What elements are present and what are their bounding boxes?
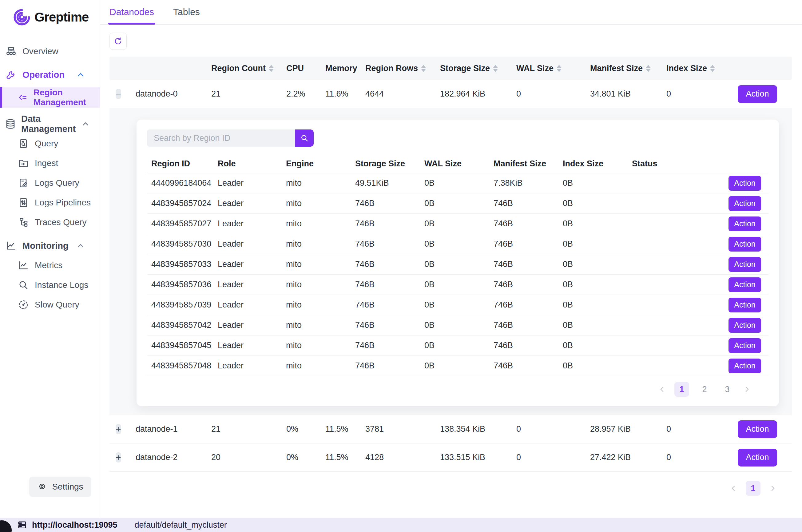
gear-icon [37,482,47,492]
sliders-icon [17,197,30,208]
region-table-row: 4483945857024 Leader mito 746B 0B 746B 0… [147,193,768,214]
sidebar-item-instance-logs[interactable]: Instance Logs [0,278,100,292]
manifest-size-value: 746B [494,260,563,269]
refresh-button[interactable] [110,33,127,50]
column-memory: Memory [325,64,365,73]
sort-icon[interactable] [493,65,498,72]
chevron-up-icon[interactable] [76,241,85,250]
sidebar-item-label: Logs Pipelines [35,198,91,208]
sidebar-item-label: Ingest [35,158,58,168]
wal-size-value: 0 [516,89,590,99]
expand-button[interactable]: + [116,424,121,434]
page-number[interactable]: 1 [746,481,761,496]
action-button[interactable]: Action [728,318,761,333]
wal-size-value: 0B [424,199,494,208]
action-button[interactable]: Action [728,257,761,272]
action-button[interactable]: Action [728,196,761,211]
region-table-row: 4483945857036 Leader mito 746B 0B 746B 0… [147,274,768,295]
chevron-up-icon[interactable] [81,119,90,129]
sidebar-item-overview[interactable]: Overview [0,44,100,58]
search-icon [300,134,309,142]
search-input[interactable] [147,130,295,147]
action-button[interactable]: Action [728,359,761,373]
engine-value: mito [286,300,355,310]
next-page-icon[interactable] [743,385,751,394]
sort-icon[interactable] [646,65,651,72]
role-value: Leader [218,300,286,310]
wal-size-value: 0B [424,320,494,330]
tab-tables[interactable]: Tables [173,7,200,24]
action-button[interactable]: Action [738,420,777,438]
region-table-row: 4483945857039 Leader mito 746B 0B 746B 0… [147,295,768,315]
sidebar-group-monitoring[interactable]: Monitoring [0,239,100,253]
sort-icon[interactable] [710,65,715,72]
engine-value: mito [286,219,355,228]
region-table-header: Region ID Role Engine Storage Size WAL S… [147,155,768,173]
sort-icon[interactable] [269,65,274,72]
settings-button[interactable]: Settings [29,477,91,497]
server-url[interactable]: http://localhost:19095 [17,520,117,530]
sidebar-item-metrics[interactable]: Metrics [0,258,100,272]
column-region-count[interactable]: Region Count [211,64,286,73]
action-button[interactable]: Action [728,338,761,353]
memory-value: 11.5% [325,453,365,462]
column-storage-size[interactable]: Storage Size [440,64,516,73]
manifest-size-value: 746B [494,320,563,330]
tab-datanodes[interactable]: Datanodes [110,7,154,24]
manifest-size-value: 746B [494,280,563,289]
action-button[interactable]: Action [738,85,777,103]
expand-button[interactable]: + [116,452,121,462]
refresh-icon [113,37,123,46]
prev-page-icon[interactable] [729,484,738,493]
region-table-row: 4483945857048 Leader mito 746B 0B 746B 0… [147,356,768,376]
logs-edit-icon [17,177,30,189]
page-number[interactable]: 1 [674,382,689,397]
sidebar-item-logs-query[interactable]: Logs Query [0,176,100,190]
chevron-up-icon[interactable] [76,70,85,79]
sidebar-item-logs-pipelines[interactable]: Logs Pipelines [0,195,100,210]
index-size-value: 0 [666,89,722,99]
region-table-row: 4483945857033 Leader mito 746B 0B 746B 0… [147,254,768,274]
search-button[interactable] [295,130,314,147]
column-region-rows[interactable]: Region Rows [365,64,440,73]
storage-size-value: 746B [355,300,424,310]
role-value: Leader [218,199,286,208]
action-button[interactable]: Action [728,176,761,191]
action-button[interactable]: Action [728,278,761,292]
action-button[interactable]: Action [728,298,761,312]
region-id-value: 4483945857045 [147,341,218,350]
page-number[interactable]: 3 [720,382,734,397]
sidebar-group-operation[interactable]: Operation [0,68,100,82]
storage-size-value: 746B [355,361,424,370]
sidebar-item-region-management[interactable]: Region Management [0,87,100,108]
column-manifest-size[interactable]: Manifest Size [590,64,666,73]
prev-page-icon[interactable] [658,385,666,394]
column-wal-size[interactable]: WAL Size [516,64,590,73]
column-index-size[interactable]: Index Size [666,64,722,73]
page-number[interactable]: 2 [697,382,712,397]
next-page-icon[interactable] [768,484,777,493]
sort-icon[interactable] [557,65,561,72]
sidebar-group-label: Monitoring [22,241,69,251]
region-count-value: 21 [211,424,286,434]
column-engine: Engine [286,159,355,169]
sidebar-item-traces-query[interactable]: Traces Query [0,215,100,229]
storage-size-value: 746B [355,219,424,228]
storage-size-value: 746B [355,199,424,208]
sort-icon[interactable] [421,65,426,72]
action-button[interactable]: Action [728,237,761,251]
greptime-spiral-icon [12,8,31,27]
role-value: Leader [218,239,286,249]
action-button[interactable]: Action [738,449,777,467]
index-size-value: 0B [563,300,632,310]
sidebar-item-ingest[interactable]: Ingest [0,156,100,170]
region-table-body: 4440996184064 Leader mito 49.51KiB 0B 7.… [147,173,768,376]
action-button[interactable]: Action [728,216,761,231]
brand-logo[interactable]: Greptime [0,0,100,30]
sidebar-item-slow-query[interactable]: Slow Query [0,298,100,312]
cluster-name[interactable]: default/default_mycluster [135,520,227,530]
collapse-button[interactable]: − [116,89,121,99]
sidebar-group-data-management[interactable]: Data Management [0,117,100,131]
cpu-value: 2.2% [286,89,325,99]
sidebar-item-query[interactable]: Query [0,136,100,151]
